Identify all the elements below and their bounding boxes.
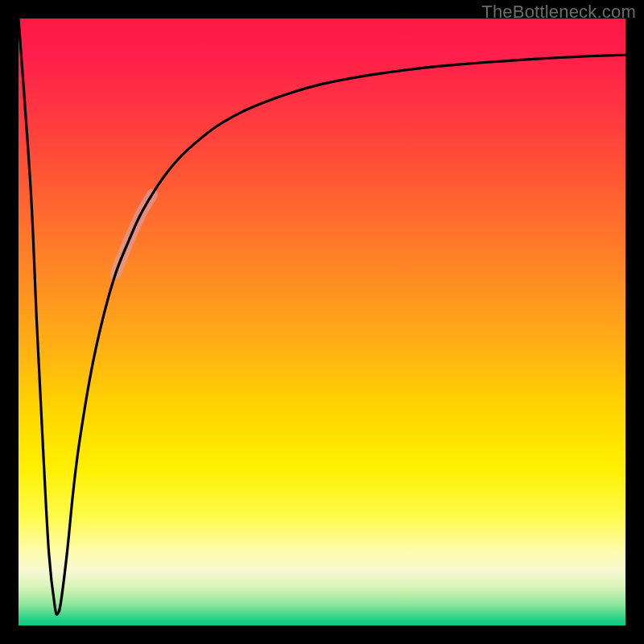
plot-area — [19, 19, 625, 625]
watermark-text: TheBottleneck.com — [481, 2, 636, 23]
chart-frame: TheBottleneck.com — [0, 0, 644, 644]
curve-layer — [19, 19, 625, 625]
bottleneck-curve — [19, 19, 625, 614]
